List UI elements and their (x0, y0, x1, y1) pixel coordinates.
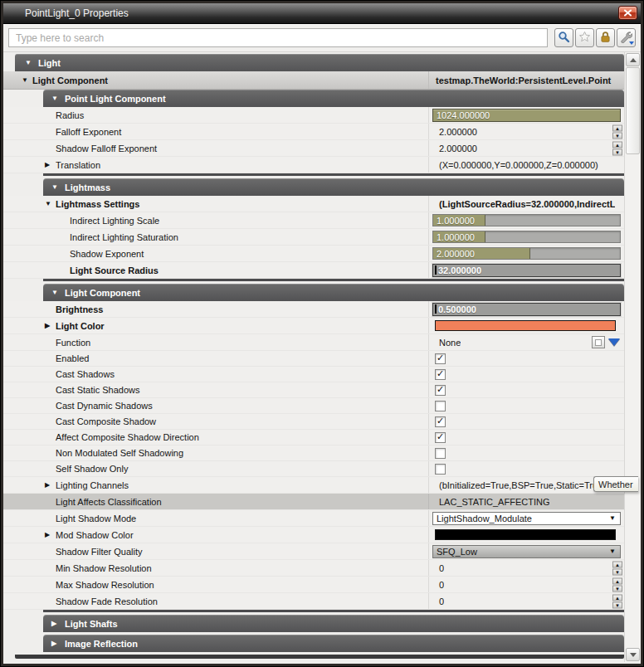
checkbox[interactable] (435, 448, 446, 459)
property-label: Shadow Fade Resolution (3, 593, 428, 609)
spinner-buttons: ▲▼ (612, 561, 622, 575)
property-row-indirect-lighting-saturation: Indirect Lighting Saturation1.000000 (3, 229, 624, 246)
color-swatch[interactable] (435, 320, 616, 331)
category-header-light[interactable]: ▼Light (15, 54, 624, 71)
arrow-up-icon (630, 58, 637, 62)
spinner-down-icon[interactable]: ▼ (612, 585, 622, 592)
options-button[interactable] (617, 28, 636, 47)
section-header-point-light-component[interactable]: ▼Point Light Component (43, 90, 624, 107)
chevron-right-icon[interactable]: ▶ (45, 162, 56, 168)
property-label: Cast Composite Shadow (3, 414, 428, 429)
text-caret (435, 304, 437, 314)
property-row-light-source-radius: Light Source Radius32.000000 (3, 262, 624, 279)
use-selected-button[interactable] (607, 337, 621, 348)
property-label: Function (3, 334, 428, 350)
chevron-right-icon[interactable]: ▶ (45, 482, 56, 489)
spinner-up-icon[interactable]: ▲ (612, 577, 622, 584)
property-label: Shadow Falloff Exponent (3, 140, 428, 156)
function-buttons (592, 336, 621, 348)
property-value (428, 318, 624, 334)
section-footer (43, 279, 624, 281)
property-label-text: Enabled (56, 353, 89, 363)
chevron-right-icon: ▶ (51, 640, 61, 647)
search-button[interactable] (554, 28, 573, 47)
section-header-light-shafts[interactable]: ▶Light Shafts (43, 615, 624, 632)
scrollbar-thumb[interactable] (626, 67, 640, 154)
property-value: 32.000000 (428, 262, 624, 278)
field-text: 1024.000000 (437, 110, 490, 120)
property-label: Cast Dynamic Shadows (3, 398, 428, 413)
section-header-lightmass[interactable]: ▼Lightmass (43, 178, 624, 196)
section-header-light-component[interactable]: ▼Light Component (43, 284, 624, 301)
chevron-down-icon[interactable]: ▼ (22, 77, 32, 84)
value-slider[interactable]: 2.000000 (432, 247, 621, 260)
property-label: ▼Lightmass Settings (3, 196, 428, 212)
clear-button[interactable] (592, 336, 605, 348)
property-value: 0▲▼ (428, 577, 624, 592)
text-caret (435, 265, 437, 275)
property-label-text: Light Source Radius (70, 265, 159, 275)
chevron-right-icon[interactable]: ▶ (45, 323, 56, 329)
color-swatch[interactable] (435, 529, 616, 540)
property-row-lightmass-settings: ▼Lightmass Settings(LightSourceRadius=32… (3, 196, 624, 212)
value-field[interactable]: 0.500000 (432, 303, 621, 316)
dropdown-light-shadow-mode[interactable]: LightShadow_Modulate▼ (432, 512, 621, 525)
spinner-up-icon[interactable]: ▲ (612, 141, 622, 148)
spinner-down-icon[interactable]: ▼ (612, 568, 622, 575)
section-header-image-reflection[interactable]: ▶Image Reflection (43, 635, 624, 652)
property-label-text: Radius (56, 110, 84, 120)
scroll-down-button[interactable] (626, 648, 640, 661)
property-label: Radius (3, 107, 428, 123)
object-label-area: ▼Light Component (3, 75, 428, 85)
dropdown-value: LightShadow_Modulate (437, 514, 532, 523)
property-label-text: Cast Static Shadows (56, 385, 140, 395)
property-row-shadow-fade-resolution: Shadow Fade Resolution0▲▼ (3, 593, 624, 610)
property-label-text: Cast Composite Shadow (56, 416, 156, 426)
dropdown-value: SFQ_Low (437, 547, 477, 557)
chevron-down-icon: ▼ (51, 184, 61, 191)
checkbox[interactable]: ✓ (435, 385, 446, 396)
spinner-up-icon[interactable]: ▲ (612, 561, 622, 567)
object-label: Light Component (32, 75, 108, 85)
spinner-buttons: ▲▼ (612, 577, 622, 592)
value-slider[interactable]: 1.000000 (432, 231, 621, 243)
favorites-button[interactable] (575, 28, 594, 47)
property-label: Indirect Lighting Scale (3, 212, 428, 228)
property-value (428, 461, 624, 476)
value-text: LAC_STATIC_AFFECTING (432, 497, 549, 507)
value-text: 2.000000 (432, 144, 477, 153)
property-label-text: Shadow Filter Quality (56, 547, 143, 557)
checkbox[interactable]: ✓ (435, 353, 446, 364)
spinner-down-icon[interactable]: ▼ (612, 132, 622, 139)
spinner-up-icon[interactable]: ▲ (612, 124, 622, 131)
property-row-light-affects-classification: Light Affects ClassificationLAC_STATIC_A… (3, 494, 624, 510)
chevron-right-icon: ▶ (51, 621, 61, 627)
search-input[interactable] (8, 28, 548, 47)
section-footer (43, 610, 624, 612)
property-row-light-color: ▶Light Color (3, 318, 624, 334)
lock-button[interactable] (596, 28, 615, 47)
chevron-right-icon[interactable]: ▶ (45, 532, 56, 538)
checkbox[interactable]: ✓ (435, 416, 446, 427)
close-button[interactable] (618, 6, 637, 20)
checkbox[interactable]: ✓ (435, 432, 446, 443)
object-row-light-component[interactable]: ▼Light Componenttestmap.TheWorld:Persist… (3, 71, 624, 90)
scroll-up-button[interactable] (626, 53, 640, 66)
value-slider[interactable]: 1.000000 (432, 214, 621, 226)
checkbox[interactable] (435, 464, 446, 475)
vertical-scrollbar[interactable] (624, 52, 641, 662)
checkbox[interactable]: ✓ (435, 369, 446, 380)
spinner-down-icon[interactable]: ▼ (612, 148, 622, 155)
field-text: 0.500000 (438, 304, 476, 314)
spinner-up-icon[interactable]: ▲ (612, 594, 622, 601)
chevron-down-icon[interactable]: ▼ (45, 201, 56, 207)
dropdown-shadow-filter-quality[interactable]: SFQ_Low▼ (432, 545, 621, 558)
value-field[interactable]: 32.000000 (432, 264, 621, 277)
property-label-text: Mod Shadow Color (56, 530, 134, 540)
spinner-down-icon[interactable]: ▼ (612, 601, 622, 608)
chevron-down-icon: ▼ (51, 290, 61, 296)
checkbox[interactable] (435, 401, 446, 411)
property-label: ▶Mod Shadow Color (3, 527, 428, 543)
value-field[interactable]: 1024.000000 (432, 109, 621, 122)
property-row-function: FunctionNone (3, 334, 624, 351)
